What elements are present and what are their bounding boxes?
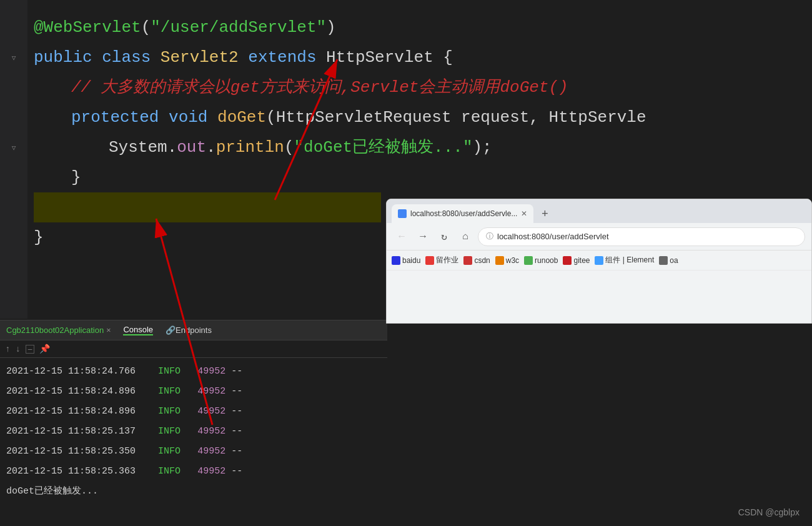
browser-toolbar: ← → ↻ ⌂ ⓘ localhost:8080/user/addServlet [387,223,811,251]
dot2: . [206,138,216,157]
log-line-1: 2021-12-15 11:58:24.766 INFO 49952 -- [6,362,381,382]
console-area: Cgb2110boot02Application ✕ Console 🔗 End… [0,320,387,526]
app-close-icon[interactable]: ✕ [106,325,111,335]
class-name: Servlet2 [161,48,248,67]
code-content: @WebServlet("/user/addServlet") public c… [27,0,387,259]
method-println: println [216,138,284,157]
url-text: localhost:8080/user/addServlet [497,232,609,241]
brace-close-class: } [34,228,44,247]
console-content: 2021-12-15 11:58:24.766 INFO 49952 -- 20… [0,358,387,505]
security-icon: ⓘ [486,231,493,242]
left-panel: ▽ ▽ @WebServlet("/user/addServlet") publ… [0,0,387,526]
log-line-trigger: doGet已经被触发... [6,482,381,502]
code-line-4: protected void doGet(HttpServletRequest … [34,102,381,132]
browser-tab-close-icon[interactable]: ✕ [521,209,527,218]
back-button[interactable]: ← [393,228,410,246]
bookmark-baidu[interactable]: baidu [392,256,420,265]
log-line-3: 2021-12-15 11:58:24.896 INFO 49952 -- [6,402,381,422]
separator-icon: — [26,345,35,354]
code-line-5: System.out.println("doGet已经被触发..."); [34,132,381,162]
code-line-7: } [34,222,381,252]
w3c-icon [495,256,504,265]
address-bar[interactable]: ⓘ localhost:8080/user/addServlet [478,227,805,246]
code-line-3: // 大多数的请求会以get方式来访问,Servlet会主动调用doGet() [34,72,381,102]
baidu-icon [392,256,400,265]
console-tab-bar: Cgb2110boot02Application ✕ Console 🔗 End… [0,320,387,340]
code-line-2: public class Servlet2 extends HttpServle… [34,42,381,72]
log-line-5: 2021-12-15 11:58:25.350 INFO 49952 -- [6,442,381,462]
bookmark-oa[interactable]: oa [659,256,678,265]
kw-extends: extends [248,48,326,67]
code-line-1: @WebServlet("/user/addServlet") [34,12,381,42]
tab-endpoints[interactable]: Endpoints [176,325,212,335]
gutter-space-4 [9,192,19,222]
gitee-icon [563,256,572,265]
parent-class: HttpServlet { [326,48,453,67]
pin-icon[interactable]: 📌 [39,344,50,354]
kw-public: public [34,48,102,67]
csdn-watermark: CSDN @cgblpx [738,507,800,517]
browser-window: localhost:8080/user/addServle... ✕ + ← →… [386,199,812,324]
bookmarks-bar: baidu 留作业 csdn w3c runoob gitee 组件 | Ele… [387,251,811,270]
homework-icon [425,256,434,265]
console-toolbar: ↑ ↓ — 📌 [0,340,387,358]
app-label: Cgb2110boot02Application [6,325,104,335]
arrow-down-icon[interactable]: ↓ [15,344,20,354]
gutter-space-1 [9,72,19,102]
reload-button[interactable]: ↻ [435,228,453,246]
bookmark-gitee[interactable]: gitee [563,256,590,265]
params: (HttpServletRequest request, HttpServle [266,108,646,127]
gutter-space-2 [9,102,19,132]
log-line-6: 2021-12-15 11:58:25.363 INFO 49952 -- [6,462,381,482]
line-gutter: ▽ ▽ [0,0,27,319]
log-line-2: 2021-12-15 11:58:24.896 INFO 49952 -- [6,382,381,402]
class-system: System [109,138,167,157]
comment-text: // 大多数的请求会以get方式来访问,Servlet会主动调用doGet() [71,78,568,97]
code-editor: ▽ ▽ @WebServlet("/user/addServlet") publ… [0,0,387,319]
bookmark-element[interactable]: 组件 | Element [595,255,654,265]
element-icon [595,256,603,265]
gutter-space-3 [9,162,19,192]
new-tab-button[interactable]: + [536,206,553,223]
bookmark-w3c[interactable]: w3c [495,256,519,265]
paren2: ( [284,138,294,157]
kw-void: void [169,108,217,127]
browser-tab-label: localhost:8080/user/addServle... [410,209,517,218]
browser-tab-bar: localhost:8080/user/addServle... ✕ + [387,199,811,223]
field-out: out [177,138,206,157]
bookmark-csdn[interactable]: csdn [463,256,490,265]
bookmark-homework[interactable]: 留作业 [425,255,458,265]
forward-button[interactable]: → [414,228,432,246]
paren-close: ) [326,18,336,37]
kw-protected: protected [71,108,169,127]
brace-close-method: } [71,168,81,187]
endpoints-icon: 🔗 [166,325,176,335]
gutter-collapse-1: ▽ [9,42,19,72]
oa-icon [659,256,668,265]
kw-class: class [102,48,161,67]
string-doget: "doGet已经被触发..." [294,138,472,157]
log-line-4: 2021-12-15 11:58:25.137 INFO 49952 -- [6,422,381,442]
csdn-icon [463,256,472,265]
browser-tab-icon [398,209,407,218]
bookmark-runoob[interactable]: runoob [524,256,558,265]
browser-tab[interactable]: localhost:8080/user/addServle... ✕ [392,204,533,223]
paren-open: ( [141,18,151,37]
dot1: . [167,138,177,157]
code-line-6: } [34,162,381,192]
annotation-webservlet: @WebServlet [34,18,141,37]
home-button[interactable]: ⌂ [457,228,474,246]
gutter-collapse-2: ▽ [9,132,19,162]
string-path: "/user/addServlet" [151,18,326,37]
runoob-icon [524,256,533,265]
semicolon: ); [473,138,492,157]
code-line-highlight [34,192,381,222]
gutter-space-5 [9,222,19,252]
tab-console[interactable]: Console [123,325,153,335]
method-name: doGet [217,108,266,127]
arrow-up-icon[interactable]: ↑ [5,344,10,354]
